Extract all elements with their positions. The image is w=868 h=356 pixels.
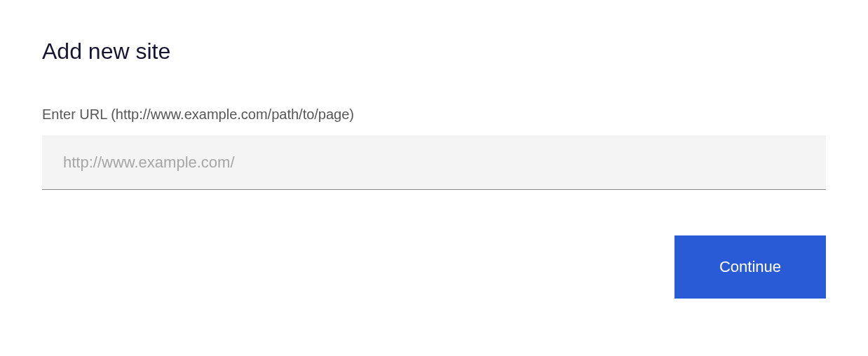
continue-button[interactable]: Continue (674, 235, 826, 299)
url-input[interactable] (42, 135, 826, 190)
page-title: Add new site (42, 39, 826, 64)
button-row: Continue (42, 235, 826, 299)
url-field-label: Enter URL (http://www.example.com/path/t… (42, 107, 826, 123)
